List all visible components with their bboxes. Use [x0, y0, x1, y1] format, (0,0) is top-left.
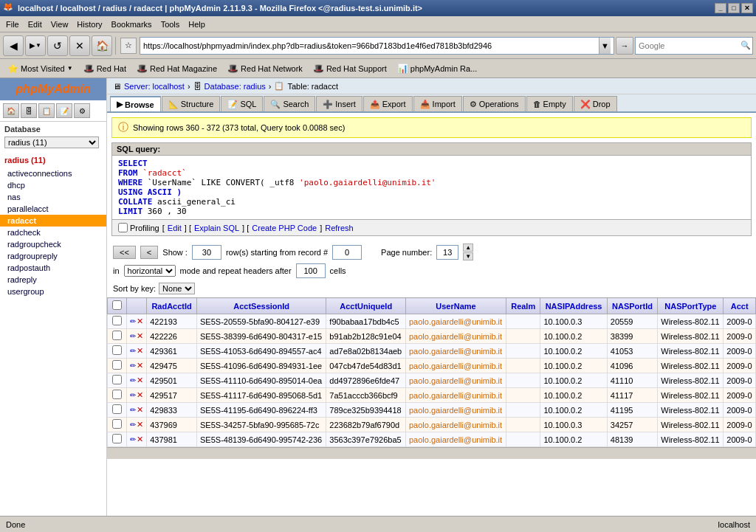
- page-up-button[interactable]: ▲: [463, 243, 473, 252]
- edit-row-button[interactable]: ✏: [130, 362, 136, 370]
- database-select[interactable]: radius (11): [4, 137, 99, 148]
- tab-browse[interactable]: ▶ Browse: [110, 96, 161, 111]
- sidebar-home-button[interactable]: 🏠: [3, 103, 19, 118]
- table-item-parallelacct[interactable]: parallelacct: [0, 203, 106, 215]
- go-button[interactable]: →: [616, 37, 633, 55]
- col-acctsessionid[interactable]: AcctSessionId: [197, 298, 326, 314]
- col-realm[interactable]: Realm: [506, 298, 540, 314]
- delete-row-button[interactable]: ✕: [137, 346, 143, 356]
- row-checkbox[interactable]: [112, 404, 122, 414]
- row-checkbox[interactable]: [112, 331, 122, 340]
- delete-row-button[interactable]: ✕: [137, 420, 143, 429]
- table-item-nas[interactable]: nas: [0, 191, 106, 203]
- delete-row-button[interactable]: ✕: [137, 435, 143, 444]
- profiling-checkbox[interactable]: [118, 223, 128, 232]
- tab-operations[interactable]: ⚙ Operations: [463, 96, 526, 111]
- url-input[interactable]: [143, 41, 599, 50]
- col-nasporttype[interactable]: NASPortType: [658, 298, 724, 314]
- bookmark-phpmyadmin[interactable]: 📊 phpMyAdmin Ra...: [393, 62, 481, 75]
- reload-button[interactable]: ↺: [47, 35, 68, 56]
- edit-row-button[interactable]: ✏: [130, 435, 136, 443]
- sidebar-table-button[interactable]: 📋: [38, 103, 55, 118]
- menu-help[interactable]: Help: [184, 18, 210, 30]
- select-all-checkbox[interactable]: [112, 300, 122, 310]
- menu-bookmarks[interactable]: Bookmarks: [107, 18, 157, 30]
- edit-row-button[interactable]: ✏: [130, 391, 136, 399]
- tab-import[interactable]: 📥 Import: [413, 96, 462, 111]
- bookmark-redhat-support[interactable]: 🎩 Red Hat Support: [309, 62, 391, 75]
- mode-select[interactable]: horizontal: [124, 265, 176, 277]
- rows-per-page-input[interactable]: [192, 245, 221, 260]
- forward-button[interactable]: ▶▼: [25, 35, 46, 56]
- prev-page-button[interactable]: <: [140, 246, 158, 259]
- menu-view[interactable]: View: [47, 18, 73, 30]
- breadcrumb-server[interactable]: Server: localhost: [124, 82, 185, 91]
- edit-row-button[interactable]: ✏: [130, 406, 136, 414]
- bookmark-most-visited[interactable]: ⭐ Most Visited ▼: [3, 62, 78, 75]
- bookmark-redhat-network[interactable]: 🎩 Red Hat Network: [223, 62, 307, 75]
- table-item-radpostauth[interactable]: radpostauth: [0, 262, 106, 274]
- row-checkbox[interactable]: [112, 390, 122, 399]
- table-item-radreply[interactable]: radreply: [0, 274, 106, 286]
- delete-row-button[interactable]: ✕: [137, 376, 143, 385]
- delete-row-button[interactable]: ✕: [137, 361, 143, 370]
- home-button[interactable]: 🏠: [92, 35, 112, 56]
- delete-row-button[interactable]: ✕: [137, 317, 143, 326]
- delete-row-button[interactable]: ✕: [137, 405, 143, 415]
- tab-sql[interactable]: 📝 SQL: [221, 96, 263, 111]
- col-nasportid[interactable]: NASPortId: [607, 298, 657, 314]
- menu-edit[interactable]: Edit: [24, 18, 47, 30]
- col-radacctid[interactable]: RadAcctId: [147, 298, 197, 314]
- first-page-button[interactable]: <<: [113, 246, 136, 259]
- col-acctuniqueid[interactable]: AcctUniqueId: [326, 298, 406, 314]
- stop-button[interactable]: ✕: [69, 35, 90, 56]
- delete-row-button[interactable]: ✕: [137, 331, 143, 341]
- edit-link[interactable]: Edit: [168, 224, 182, 232]
- minimize-button[interactable]: _: [715, 3, 726, 13]
- delete-row-button[interactable]: ✕: [137, 390, 143, 400]
- back-button[interactable]: ◀: [3, 35, 24, 56]
- table-item-radgroupreply[interactable]: radgroupreply: [0, 250, 106, 262]
- sidebar-db-button[interactable]: 🗄: [21, 103, 37, 118]
- edit-row-button[interactable]: ✏: [130, 421, 136, 429]
- table-item-radcheck[interactable]: radcheck: [0, 227, 106, 238]
- col-nasipaddress[interactable]: NASIPAddress: [540, 298, 607, 314]
- tab-export[interactable]: 📤 Export: [363, 96, 413, 111]
- tab-empty[interactable]: 🗑 Empty: [526, 96, 573, 111]
- breadcrumb-database[interactable]: Database: radius: [205, 82, 266, 91]
- explain-link[interactable]: Explain SQL: [194, 224, 239, 232]
- sort-select[interactable]: None: [159, 283, 195, 294]
- row-checkbox[interactable]: [112, 419, 122, 429]
- url-dropdown-button[interactable]: ▼: [599, 38, 611, 54]
- table-item-usergroup[interactable]: usergroup: [0, 286, 106, 297]
- tab-structure[interactable]: 📐 Structure: [162, 96, 221, 111]
- row-checkbox[interactable]: [112, 316, 122, 325]
- search-button[interactable]: 🔍: [740, 41, 751, 50]
- bottom-scrollbar[interactable]: [107, 447, 756, 459]
- menu-file[interactable]: File: [1, 18, 24, 30]
- col-username[interactable]: UserName: [405, 298, 506, 314]
- tab-search[interactable]: 🔍 Search: [264, 96, 315, 111]
- table-item-radgroupcheck[interactable]: radgroupcheck: [0, 238, 106, 250]
- row-checkbox[interactable]: [112, 345, 122, 355]
- bookmark-redhat[interactable]: 🎩 Red Hat: [79, 62, 131, 75]
- tab-insert[interactable]: ➕ Insert: [316, 96, 362, 111]
- search-bar[interactable]: 🔍: [635, 37, 753, 55]
- bookmark-star-button[interactable]: ☆: [120, 38, 137, 54]
- table-item-radacct[interactable]: radacct: [0, 215, 106, 227]
- table-item-dhcp[interactable]: dhcp: [0, 179, 106, 191]
- sidebar-query-button[interactable]: 📝: [56, 103, 72, 118]
- repeat-headers-input[interactable]: [296, 263, 326, 278]
- menu-tools[interactable]: Tools: [157, 18, 185, 30]
- search-input[interactable]: [639, 41, 740, 50]
- edit-row-button[interactable]: ✏: [130, 376, 136, 384]
- bookmark-redhat-magazine[interactable]: 🎩 Red Hat Magazine: [132, 62, 221, 75]
- page-number-input[interactable]: [436, 245, 458, 260]
- edit-row-button[interactable]: ✏: [130, 347, 136, 355]
- maximize-button[interactable]: □: [728, 3, 740, 13]
- url-bar[interactable]: ▼: [140, 37, 614, 55]
- sidebar-settings-button[interactable]: ⚙: [74, 103, 90, 118]
- menu-history[interactable]: History: [72, 18, 106, 30]
- page-down-button[interactable]: ▼: [463, 252, 473, 260]
- close-button[interactable]: ✕: [741, 3, 753, 13]
